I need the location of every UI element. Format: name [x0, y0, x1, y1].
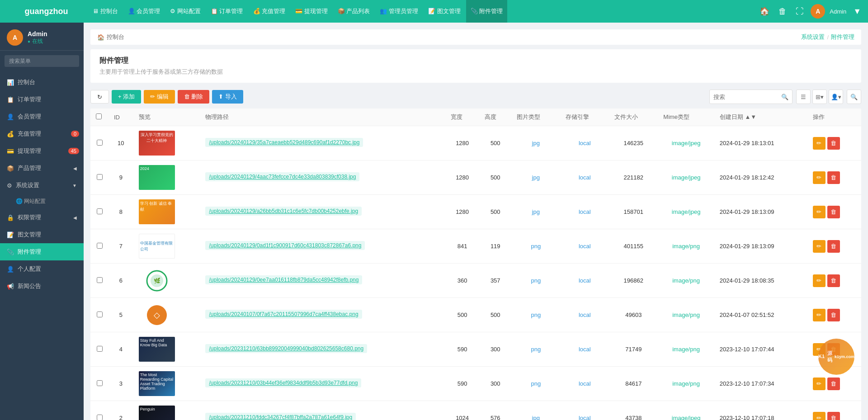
cell-created-7: 2024-01-29 18:13:09 [714, 229, 807, 264]
delete-btn-6[interactable]: 🗑 [827, 274, 840, 287]
row-checkbox-2[interactable] [97, 415, 103, 420]
sidebar-item-recharge[interactable]: 💰 充值管理0 [0, 125, 84, 142]
sidebar-user: A Admin 在线 [0, 23, 84, 51]
col-preview: 预览 [133, 109, 200, 126]
top-nav-item-siteconfig[interactable]: ⚙ 网站配置 [165, 0, 205, 23]
sidebar-search-input[interactable] [5, 55, 79, 67]
cell-preview-10: 深入学习贯彻党的二十大精神 [133, 126, 200, 160]
cell-preview-8: 学习 创新 诚信 奉献 [133, 195, 200, 229]
row-checkbox-4[interactable] [97, 346, 103, 352]
col-mime: Mime类型 [658, 109, 714, 126]
cell-height-4: 300 [479, 332, 511, 367]
delete-btn-2[interactable]: 🗑 [827, 412, 840, 420]
top-nav-item-recharge[interactable]: 💰 充值管理 [249, 0, 290, 23]
top-nav-item-orders[interactable]: 📋 订单管理 [206, 0, 248, 23]
cell-path-8: /uploads/20240129/a26bb5db31c1c6e5fc7db0… [200, 195, 445, 229]
edit-button[interactable]: ✏ 编辑 [144, 90, 175, 104]
home-icon[interactable]: 🏠 [757, 6, 772, 16]
sidebar-label-settings: 系统设置 [16, 181, 39, 189]
edit-btn-10[interactable]: ✏ [813, 137, 826, 150]
cell-actions-9: ✏ 🗑 [807, 160, 861, 195]
select-all-checkbox[interactable] [96, 113, 102, 119]
delete-btn-8[interactable]: 🗑 [827, 206, 840, 218]
cell-path-10: /uploads/20240129/35a7caeaebb529d489c690… [200, 126, 445, 160]
row-checkbox-6[interactable] [97, 277, 103, 283]
top-nav-item-articles[interactable]: 📝 图文管理 [424, 0, 465, 23]
delete-button[interactable]: 🗑 删除 [178, 90, 210, 104]
admin-avatar[interactable]: A [811, 4, 825, 19]
delete-btn-10[interactable]: 🗑 [827, 137, 840, 150]
sidebar-item-attachments[interactable]: 📎 附件管理 [0, 243, 84, 260]
sidebar-item-permissions[interactable]: 🔒 权限管理◀ [0, 209, 84, 226]
delete-btn-5[interactable]: 🗑 [827, 309, 840, 321]
sidebar-item-siteconfig[interactable]: 🌐 网站配置 [0, 194, 84, 209]
row-checkbox-10[interactable] [97, 140, 103, 146]
row-checkbox-7[interactable] [97, 243, 103, 249]
sidebar-item-orders[interactable]: 📋 订单管理 [0, 91, 84, 108]
sidebar-item-settings[interactable]: ⚙ 系统设置▼ [0, 177, 84, 194]
cell-id-6: 6 [108, 264, 133, 298]
edit-btn-5[interactable]: ✏ [813, 309, 826, 321]
add-button[interactable]: + 添加 [112, 90, 141, 104]
path-link-3[interactable]: /uploads/20231210/03b44ef36ef9834ddf9b5b… [205, 378, 361, 387]
top-nav-item-withdraw[interactable]: 💳 提现管理 [291, 0, 332, 23]
row-checkbox-9[interactable] [97, 174, 103, 180]
import-button[interactable]: ⬆ 导入 [212, 90, 243, 104]
top-nav-item-dashboard[interactable]: 🖥 控制台 [88, 0, 123, 23]
sidebar-item-products[interactable]: 📦 产品管理◀ [0, 160, 84, 177]
path-link-10[interactable]: /uploads/20240129/35a7caeaebb529d489c690… [205, 138, 363, 147]
cell-height-9: 500 [479, 160, 511, 195]
cell-width-2: 1024 [445, 401, 479, 420]
sidebar-item-articles[interactable]: 📝 图文管理 [0, 226, 84, 243]
cell-filesize-6: 196862 [609, 264, 658, 298]
path-link-4[interactable]: /uploads/20231210/63bb8992004999040bd802… [205, 344, 367, 353]
search-icon[interactable]: 🔍 [781, 94, 788, 100]
column-view-button[interactable]: 👤▾ [829, 90, 843, 104]
sidebar-item-withdraw[interactable]: 💳 提现管理45 [0, 142, 84, 160]
top-nav-right: 🏠 🗑 ⛶ A Admin ▼ [757, 4, 863, 19]
path-link-8[interactable]: /uploads/20240129/a26bb5db31c1c6e5fc7db0… [205, 207, 362, 216]
cell-height-6: 357 [479, 264, 511, 298]
row-checkbox-3[interactable] [97, 380, 103, 386]
sidebar-item-news[interactable]: 📢 新闻公告 [0, 278, 84, 295]
edit-btn-6[interactable]: ✏ [813, 274, 826, 287]
fullscreen-icon[interactable]: ⛶ [793, 7, 806, 16]
edit-btn-9[interactable]: ✏ [813, 171, 826, 184]
path-link-7[interactable]: /uploads/20240129/0ad1f1c900917d60c43180… [205, 241, 365, 250]
cell-width-6: 360 [445, 264, 479, 298]
watermark-circle: K1 源码 k1ym.com [818, 339, 854, 375]
edit-btn-2[interactable]: ✏ [813, 412, 826, 420]
path-link-5[interactable]: /uploads/20240107/0f7a67c20115507996d7ca… [205, 310, 362, 319]
col-created: 创建日期 ▲▼ [714, 109, 807, 126]
sidebar-item-profile[interactable]: 👤 个人配置 [0, 260, 84, 278]
row-checkbox-8[interactable] [97, 208, 103, 214]
search-input[interactable] [713, 94, 781, 100]
path-link-9[interactable]: /uploads/20240129/4aac73fefcce7dc4e33da8… [205, 172, 359, 181]
path-link-2[interactable]: /uploads/20231210/fddc34267cf4f87bffa2a7… [205, 413, 356, 420]
breadcrumb-link-settings[interactable]: 系统设置 [801, 33, 825, 41]
table-row: 7 中国基金管理有限公司 /uploads/20240129/0ad1f1c90… [90, 229, 861, 264]
grid-view-button[interactable]: ⊞▾ [812, 90, 827, 104]
delete-btn-3[interactable]: 🗑 [827, 378, 840, 390]
top-nav-item-members[interactable]: 👤 会员管理 [123, 0, 165, 23]
user-menu-icon[interactable]: ▼ [851, 7, 863, 16]
edit-btn-7[interactable]: ✏ [813, 240, 826, 253]
path-link-6[interactable]: /uploads/20240129/0ee7aa016118fb879da5cc… [205, 275, 362, 284]
edit-btn-3[interactable]: ✏ [813, 378, 826, 390]
refresh-button[interactable]: ↻ [90, 90, 109, 104]
breadcrumb-link-attachments[interactable]: 附件管理 [831, 33, 854, 41]
page-title: 附件管理 [99, 56, 852, 66]
edit-btn-8[interactable]: ✏ [813, 206, 826, 218]
top-nav-item-attachments[interactable]: 📎 附件管理 [466, 0, 508, 23]
sidebar-item-dashboard[interactable]: 📊 控制台 [0, 74, 84, 91]
list-view-button[interactable]: ☰ [796, 90, 811, 104]
top-nav-item-products[interactable]: 📦 产品列表 [333, 0, 375, 23]
delete-icon[interactable]: 🗑 [776, 7, 789, 16]
row-checkbox-5[interactable] [97, 311, 103, 317]
delete-btn-7[interactable]: 🗑 [827, 240, 840, 253]
search-toggle-button[interactable]: 🔍 [847, 90, 861, 104]
cell-path-3: /uploads/20231210/03b44ef36ef9834ddf9b5b… [200, 367, 445, 401]
delete-btn-9[interactable]: 🗑 [827, 171, 840, 184]
sidebar-item-members[interactable]: 👤 会员管理 [0, 108, 84, 125]
top-nav-item-admins[interactable]: 👥 管理员管理 [375, 0, 423, 23]
